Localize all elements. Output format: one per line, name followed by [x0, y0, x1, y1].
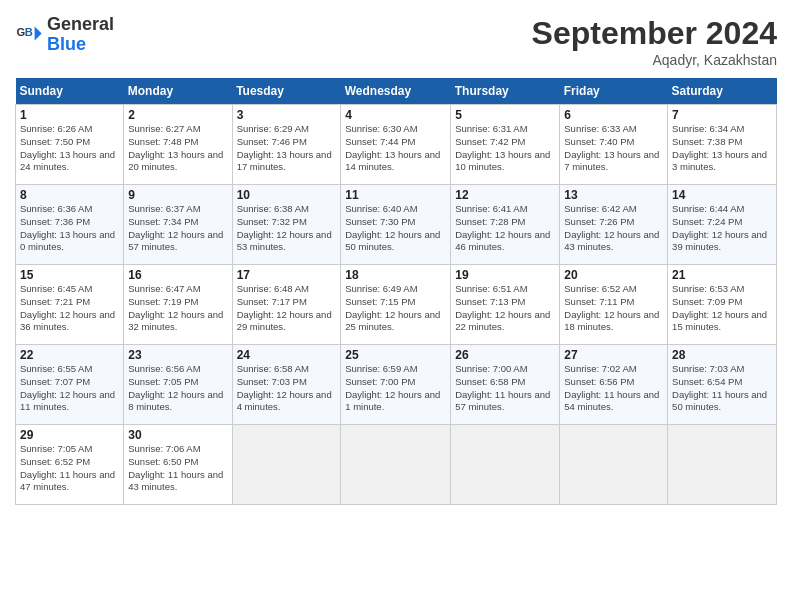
table-row: [668, 425, 777, 505]
day-detail: Sunrise: 6:33 AMSunset: 7:40 PMDaylight:…: [564, 123, 663, 174]
day-detail: Sunrise: 6:37 AMSunset: 7:34 PMDaylight:…: [128, 203, 227, 254]
day-detail: Sunrise: 7:03 AMSunset: 6:54 PMDaylight:…: [672, 363, 772, 414]
svg-marker-2: [35, 26, 42, 40]
page-header: G B GeneralBlue September 2024 Aqadyr, K…: [15, 15, 777, 68]
col-friday: Friday: [560, 78, 668, 105]
day-number: 7: [672, 108, 772, 122]
table-row: 14Sunrise: 6:44 AMSunset: 7:24 PMDayligh…: [668, 185, 777, 265]
day-number: 5: [455, 108, 555, 122]
day-detail: Sunrise: 6:44 AMSunset: 7:24 PMDaylight:…: [672, 203, 772, 254]
day-number: 11: [345, 188, 446, 202]
title-block: September 2024 Aqadyr, Kazakhstan: [532, 15, 777, 68]
calendar-row: 1Sunrise: 6:26 AMSunset: 7:50 PMDaylight…: [16, 105, 777, 185]
logo-text: GeneralBlue: [47, 15, 114, 55]
day-number: 14: [672, 188, 772, 202]
table-row: 9Sunrise: 6:37 AMSunset: 7:34 PMDaylight…: [124, 185, 232, 265]
col-monday: Monday: [124, 78, 232, 105]
calendar-row: 22Sunrise: 6:55 AMSunset: 7:07 PMDayligh…: [16, 345, 777, 425]
day-detail: Sunrise: 6:27 AMSunset: 7:48 PMDaylight:…: [128, 123, 227, 174]
day-number: 25: [345, 348, 446, 362]
day-detail: Sunrise: 6:31 AMSunset: 7:42 PMDaylight:…: [455, 123, 555, 174]
day-number: 16: [128, 268, 227, 282]
day-number: 28: [672, 348, 772, 362]
day-number: 19: [455, 268, 555, 282]
day-number: 4: [345, 108, 446, 122]
table-row: 28Sunrise: 7:03 AMSunset: 6:54 PMDayligh…: [668, 345, 777, 425]
calendar-row: 15Sunrise: 6:45 AMSunset: 7:21 PMDayligh…: [16, 265, 777, 345]
table-row: 29Sunrise: 7:05 AMSunset: 6:52 PMDayligh…: [16, 425, 124, 505]
day-detail: Sunrise: 6:34 AMSunset: 7:38 PMDaylight:…: [672, 123, 772, 174]
calendar-row: 8Sunrise: 6:36 AMSunset: 7:36 PMDaylight…: [16, 185, 777, 265]
day-detail: Sunrise: 7:00 AMSunset: 6:58 PMDaylight:…: [455, 363, 555, 414]
header-row: Sunday Monday Tuesday Wednesday Thursday…: [16, 78, 777, 105]
day-number: 8: [20, 188, 119, 202]
calendar-row: 29Sunrise: 7:05 AMSunset: 6:52 PMDayligh…: [16, 425, 777, 505]
day-number: 20: [564, 268, 663, 282]
table-row: 21Sunrise: 6:53 AMSunset: 7:09 PMDayligh…: [668, 265, 777, 345]
table-row: 10Sunrise: 6:38 AMSunset: 7:32 PMDayligh…: [232, 185, 341, 265]
calendar-table: Sunday Monday Tuesday Wednesday Thursday…: [15, 78, 777, 505]
day-detail: Sunrise: 7:02 AMSunset: 6:56 PMDaylight:…: [564, 363, 663, 414]
table-row: 12Sunrise: 6:41 AMSunset: 7:28 PMDayligh…: [451, 185, 560, 265]
day-detail: Sunrise: 6:55 AMSunset: 7:07 PMDaylight:…: [20, 363, 119, 414]
table-row: [451, 425, 560, 505]
table-row: 17Sunrise: 6:48 AMSunset: 7:17 PMDayligh…: [232, 265, 341, 345]
calendar-body: 1Sunrise: 6:26 AMSunset: 7:50 PMDaylight…: [16, 105, 777, 505]
day-number: 15: [20, 268, 119, 282]
table-row: 18Sunrise: 6:49 AMSunset: 7:15 PMDayligh…: [341, 265, 451, 345]
day-detail: Sunrise: 6:40 AMSunset: 7:30 PMDaylight:…: [345, 203, 446, 254]
day-number: 6: [564, 108, 663, 122]
day-detail: Sunrise: 6:38 AMSunset: 7:32 PMDaylight:…: [237, 203, 337, 254]
logo: G B GeneralBlue: [15, 15, 114, 55]
col-saturday: Saturday: [668, 78, 777, 105]
day-detail: Sunrise: 6:56 AMSunset: 7:05 PMDaylight:…: [128, 363, 227, 414]
location-subtitle: Aqadyr, Kazakhstan: [532, 52, 777, 68]
day-detail: Sunrise: 6:48 AMSunset: 7:17 PMDaylight:…: [237, 283, 337, 334]
col-tuesday: Tuesday: [232, 78, 341, 105]
day-number: 12: [455, 188, 555, 202]
table-row: [232, 425, 341, 505]
table-row: [341, 425, 451, 505]
day-detail: Sunrise: 6:47 AMSunset: 7:19 PMDaylight:…: [128, 283, 227, 334]
day-number: 29: [20, 428, 119, 442]
table-row: 11Sunrise: 6:40 AMSunset: 7:30 PMDayligh…: [341, 185, 451, 265]
day-number: 23: [128, 348, 227, 362]
logo-icon: G B: [15, 21, 43, 49]
day-detail: Sunrise: 6:30 AMSunset: 7:44 PMDaylight:…: [345, 123, 446, 174]
day-number: 26: [455, 348, 555, 362]
table-row: 4Sunrise: 6:30 AMSunset: 7:44 PMDaylight…: [341, 105, 451, 185]
day-detail: Sunrise: 6:42 AMSunset: 7:26 PMDaylight:…: [564, 203, 663, 254]
day-detail: Sunrise: 6:26 AMSunset: 7:50 PMDaylight:…: [20, 123, 119, 174]
day-detail: Sunrise: 7:06 AMSunset: 6:50 PMDaylight:…: [128, 443, 227, 494]
table-row: 19Sunrise: 6:51 AMSunset: 7:13 PMDayligh…: [451, 265, 560, 345]
day-detail: Sunrise: 6:49 AMSunset: 7:15 PMDaylight:…: [345, 283, 446, 334]
table-row: 5Sunrise: 6:31 AMSunset: 7:42 PMDaylight…: [451, 105, 560, 185]
day-number: 17: [237, 268, 337, 282]
day-number: 13: [564, 188, 663, 202]
table-row: 7Sunrise: 6:34 AMSunset: 7:38 PMDaylight…: [668, 105, 777, 185]
day-number: 21: [672, 268, 772, 282]
table-row: 6Sunrise: 6:33 AMSunset: 7:40 PMDaylight…: [560, 105, 668, 185]
table-row: 3Sunrise: 6:29 AMSunset: 7:46 PMDaylight…: [232, 105, 341, 185]
day-number: 2: [128, 108, 227, 122]
table-row: 20Sunrise: 6:52 AMSunset: 7:11 PMDayligh…: [560, 265, 668, 345]
day-detail: Sunrise: 6:51 AMSunset: 7:13 PMDaylight:…: [455, 283, 555, 334]
day-number: 30: [128, 428, 227, 442]
table-row: [560, 425, 668, 505]
day-number: 3: [237, 108, 337, 122]
table-row: 25Sunrise: 6:59 AMSunset: 7:00 PMDayligh…: [341, 345, 451, 425]
table-row: 1Sunrise: 6:26 AMSunset: 7:50 PMDaylight…: [16, 105, 124, 185]
day-number: 24: [237, 348, 337, 362]
col-sunday: Sunday: [16, 78, 124, 105]
day-detail: Sunrise: 6:59 AMSunset: 7:00 PMDaylight:…: [345, 363, 446, 414]
table-row: 26Sunrise: 7:00 AMSunset: 6:58 PMDayligh…: [451, 345, 560, 425]
day-detail: Sunrise: 6:45 AMSunset: 7:21 PMDaylight:…: [20, 283, 119, 334]
day-detail: Sunrise: 6:52 AMSunset: 7:11 PMDaylight:…: [564, 283, 663, 334]
month-title: September 2024: [532, 15, 777, 52]
day-number: 9: [128, 188, 227, 202]
day-detail: Sunrise: 6:53 AMSunset: 7:09 PMDaylight:…: [672, 283, 772, 334]
day-number: 1: [20, 108, 119, 122]
col-thursday: Thursday: [451, 78, 560, 105]
table-row: 15Sunrise: 6:45 AMSunset: 7:21 PMDayligh…: [16, 265, 124, 345]
day-detail: Sunrise: 6:29 AMSunset: 7:46 PMDaylight:…: [237, 123, 337, 174]
